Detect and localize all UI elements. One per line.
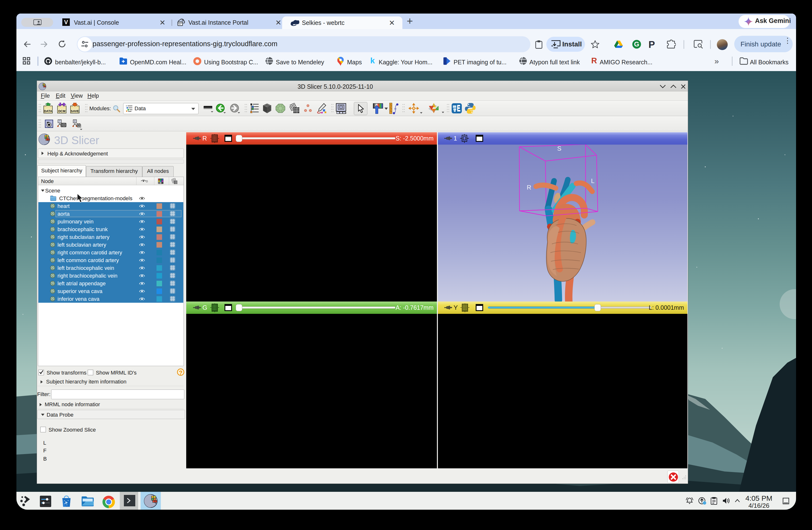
svg-text:DATA: DATA — [44, 109, 53, 113]
svg-text:DCM: DCM — [58, 109, 66, 113]
svg-text:SAVE: SAVE — [71, 109, 79, 113]
svg-text:R: R — [527, 184, 531, 191]
svg-text:L: L — [591, 177, 594, 184]
svg-text:S: S — [557, 145, 561, 152]
